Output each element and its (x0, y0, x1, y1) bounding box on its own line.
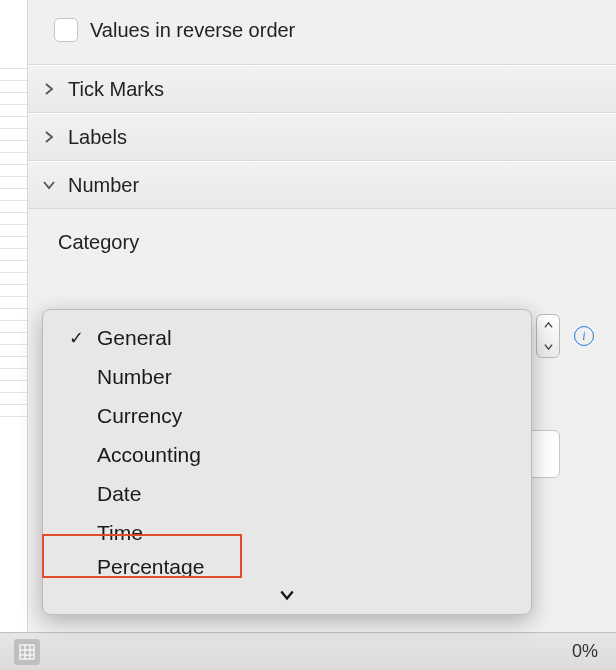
check-icon: ✓ (65, 327, 87, 349)
reverse-order-checkbox[interactable] (54, 18, 78, 42)
info-icon[interactable]: i (574, 326, 594, 346)
stepper-up-icon (537, 315, 559, 336)
category-heading: Category (58, 231, 586, 254)
dropdown-item-general[interactable]: ✓ General (43, 318, 531, 357)
zoom-level[interactable]: 0% (572, 641, 602, 662)
dropdown-item-currency[interactable]: Currency (43, 396, 531, 435)
dropdown-item-percentage[interactable]: Percentage (43, 552, 531, 582)
reverse-order-label: Values in reverse order (90, 19, 295, 42)
section-label: Labels (68, 126, 127, 149)
section-number[interactable]: Number (28, 161, 616, 209)
dropdown-scroll-down[interactable] (43, 582, 531, 608)
dropdown-item-label: Currency (97, 404, 182, 428)
chevron-right-icon (42, 130, 56, 144)
number-section-body: Category (28, 209, 616, 264)
category-select-stepper[interactable] (536, 314, 560, 358)
spreadsheet-row-edge (0, 0, 28, 670)
stepper-down-icon (537, 336, 559, 357)
chevron-right-icon (42, 82, 56, 96)
dropdown-item-label: General (97, 326, 172, 350)
dropdown-item-label: Time (97, 521, 143, 545)
dropdown-item-label: Number (97, 365, 172, 389)
section-label: Number (68, 174, 139, 197)
section-tick-marks[interactable]: Tick Marks (28, 65, 616, 113)
grid-view-button[interactable] (14, 639, 40, 665)
chevron-down-icon (42, 178, 56, 192)
section-labels[interactable]: Labels (28, 113, 616, 161)
section-label: Tick Marks (68, 78, 164, 101)
dropdown-item-label: Accounting (97, 443, 201, 467)
dropdown-item-label: Percentage (97, 555, 204, 579)
format-code-input[interactable] (530, 430, 560, 478)
dropdown-item-date[interactable]: Date (43, 474, 531, 513)
dropdown-item-accounting[interactable]: Accounting (43, 435, 531, 474)
svg-rect-0 (20, 645, 34, 659)
category-dropdown: ✓ General Number Currency Accounting Dat… (42, 309, 532, 615)
status-bar: 0% (0, 632, 616, 670)
dropdown-item-number[interactable]: Number (43, 357, 531, 396)
grid-icon (19, 644, 35, 660)
dropdown-item-time[interactable]: Time (43, 513, 531, 552)
dropdown-item-label: Date (97, 482, 141, 506)
reverse-order-row: Values in reverse order (28, 0, 616, 65)
